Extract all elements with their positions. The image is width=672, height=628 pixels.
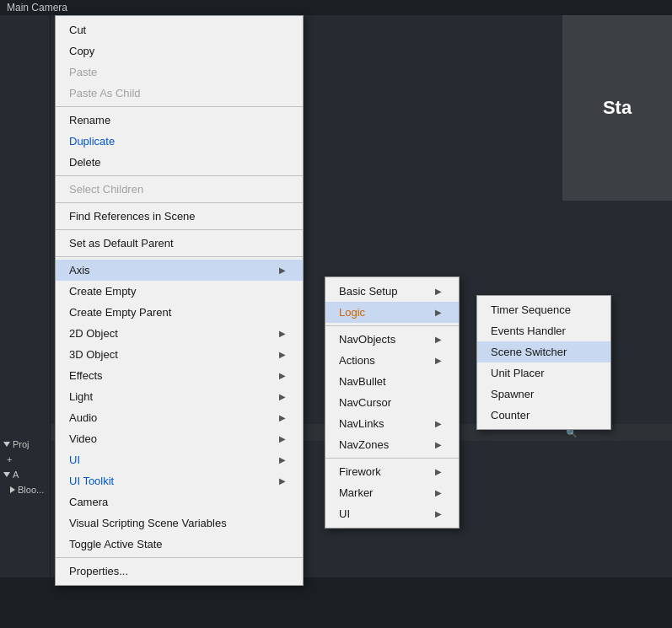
menu-events-handler[interactable]: Events Handler xyxy=(477,320,610,341)
firework-arrow: ▶ xyxy=(435,467,442,476)
menu-properties[interactable]: Properties... xyxy=(56,561,303,582)
create-empty-label: Create Empty xyxy=(69,285,136,298)
nav-bullet-label: NavBullet xyxy=(339,375,386,388)
nav-links-label: NavLinks xyxy=(339,417,384,430)
add-button[interactable]: + xyxy=(0,452,50,467)
menu-delete[interactable]: Delete xyxy=(56,152,303,173)
proj-label: Proj xyxy=(13,439,30,449)
sep-3 xyxy=(56,202,303,203)
a-triangle xyxy=(3,472,10,477)
timer-sequence-label: Timer Sequence xyxy=(491,303,571,316)
axis-label: Axis xyxy=(69,264,90,276)
a-label: A xyxy=(13,470,19,480)
menu-rename[interactable]: Rename xyxy=(56,110,303,131)
ui-m2-label: UI xyxy=(339,507,350,520)
start-text: Sta xyxy=(603,97,632,119)
menu-paste-as-child: Paste As Child xyxy=(56,83,303,104)
scene-switcher-label: Scene Switcher xyxy=(491,346,567,358)
marker-label: Marker xyxy=(339,486,373,499)
ui-m2-arrow: ▶ xyxy=(435,509,442,518)
menu-spawner[interactable]: Spawner xyxy=(477,384,610,405)
2d-object-label: 2D Object xyxy=(69,327,118,340)
marker-arrow: ▶ xyxy=(435,488,442,497)
menu-audio[interactable]: Audio ▶ xyxy=(56,407,303,428)
sep-6 xyxy=(56,557,303,558)
camera-label: Camera xyxy=(69,496,108,508)
video-label: Video xyxy=(69,432,97,445)
nav-zones-arrow: ▶ xyxy=(435,440,442,449)
delete-label: Delete xyxy=(69,156,101,169)
menu-toggle-active[interactable]: Toggle Active State xyxy=(56,534,303,555)
menu-basic-setup[interactable]: Basic Setup ▶ xyxy=(325,281,459,302)
menu-cut[interactable]: Cut xyxy=(56,19,303,40)
menu-nav-objects[interactable]: NavObjects ▶ xyxy=(325,329,459,350)
menu-find-refs[interactable]: Find References in Scene xyxy=(56,206,303,227)
menu-create-empty[interactable]: Create Empty xyxy=(56,281,303,302)
menu-firework[interactable]: Firework ▶ xyxy=(325,461,459,482)
logic-arrow: ▶ xyxy=(435,308,442,317)
spawner-label: Spawner xyxy=(491,388,534,400)
menu-visual-scripting[interactable]: Visual Scripting Scene Variables xyxy=(56,513,303,534)
effects-label: Effects xyxy=(69,369,103,382)
right-panel: Sta xyxy=(562,15,672,201)
sep-1 xyxy=(56,106,303,107)
menu-nav-zones[interactable]: NavZones ▶ xyxy=(325,434,459,455)
sep-2 xyxy=(56,175,303,176)
sep-m2-2 xyxy=(325,458,459,459)
menu-duplicate[interactable]: Duplicate xyxy=(56,131,303,152)
folder-a[interactable]: A xyxy=(0,467,50,482)
nav-links-arrow: ▶ xyxy=(435,419,442,428)
folder-proj[interactable]: Proj xyxy=(0,437,50,452)
3d-object-arrow: ▶ xyxy=(279,350,286,359)
top-bar-title: Main Camera xyxy=(7,2,67,13)
counter-label: Counter xyxy=(491,409,530,421)
menu-actions[interactable]: Actions ▶ xyxy=(325,350,459,371)
menu-marker[interactable]: Marker ▶ xyxy=(325,482,459,503)
ui-toolkit-arrow: ▶ xyxy=(279,476,286,486)
ui-arrow: ▶ xyxy=(279,455,286,464)
sep-5 xyxy=(56,256,303,257)
audio-label: Audio xyxy=(69,411,97,424)
menu-nav-bullet[interactable]: NavBullet xyxy=(325,371,459,392)
menu-3d-object[interactable]: 3D Object ▶ xyxy=(56,344,303,365)
logic-label: Logic xyxy=(339,306,365,319)
menu-nav-links[interactable]: NavLinks ▶ xyxy=(325,413,459,434)
folder-tree: Proj + A Bloo... xyxy=(0,15,51,577)
sep-4 xyxy=(56,229,303,230)
folder-bloons[interactable]: Bloo... xyxy=(0,482,50,497)
create-empty-parent-label: Create Empty Parent xyxy=(69,306,171,319)
menu-paste: Paste xyxy=(56,62,303,83)
nav-objects-label: NavObjects xyxy=(339,333,395,346)
cut-label: Cut xyxy=(69,24,86,36)
copy-label: Copy xyxy=(69,45,94,57)
menu-set-default-parent[interactable]: Set as Default Parent xyxy=(56,233,303,254)
menu-counter[interactable]: Counter xyxy=(477,405,610,426)
toggle-active-label: Toggle Active State xyxy=(69,538,163,550)
menu-camera[interactable]: Camera xyxy=(56,491,303,513)
effects-arrow: ▶ xyxy=(279,371,286,380)
context-menu-3: Timer Sequence Events Handler Scene Swit… xyxy=(476,295,611,430)
menu-scene-switcher[interactable]: Scene Switcher xyxy=(477,341,610,362)
menu-logic[interactable]: Logic ▶ xyxy=(325,302,459,323)
menu-nav-cursor[interactable]: NavCursor xyxy=(325,392,459,413)
menu-ui-toolkit[interactable]: UI Toolkit ▶ xyxy=(56,470,303,491)
audio-arrow: ▶ xyxy=(279,413,286,422)
menu-ui[interactable]: UI ▶ xyxy=(56,449,303,470)
menu-light[interactable]: Light ▶ xyxy=(56,386,303,407)
menu-create-empty-parent[interactable]: Create Empty Parent xyxy=(56,302,303,323)
menu-video[interactable]: Video ▶ xyxy=(56,428,303,449)
find-refs-label: Find References in Scene xyxy=(69,210,196,223)
menu-unit-placer[interactable]: Unit Placer xyxy=(477,362,610,384)
menu-axis[interactable]: Axis ▶ xyxy=(56,260,303,281)
menu-copy[interactable]: Copy xyxy=(56,40,303,62)
bloons-label: Bloo... xyxy=(18,485,44,495)
menu-timer-sequence[interactable]: Timer Sequence xyxy=(477,299,610,320)
menu-ui-m2[interactable]: UI ▶ xyxy=(325,503,459,524)
actions-arrow: ▶ xyxy=(435,356,442,365)
menu-effects[interactable]: Effects ▶ xyxy=(56,365,303,386)
select-children-label: Select Children xyxy=(69,183,143,196)
nav-cursor-label: NavCursor xyxy=(339,396,391,409)
menu-2d-object[interactable]: 2D Object ▶ xyxy=(56,323,303,344)
paste-as-child-label: Paste As Child xyxy=(69,87,141,99)
video-arrow: ▶ xyxy=(279,434,286,443)
